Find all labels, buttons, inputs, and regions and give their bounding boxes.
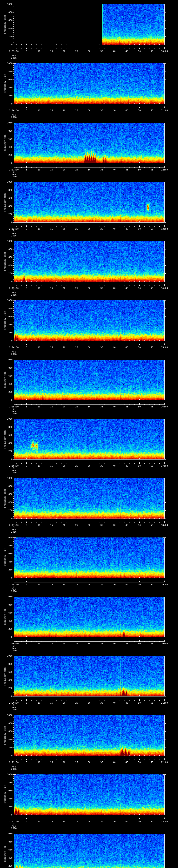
spectrogram-stack: Frequency (Hz) 100080060040020002:09:003… bbox=[0, 0, 178, 868]
spectrogram-panel: Frequency (Hz) 100080060040020002:10:003… bbox=[0, 59, 178, 118]
spectrogram-panel: Frequency (Hz) 100080060040020002:17:003… bbox=[0, 474, 178, 533]
spectrogram-heatmap bbox=[0, 711, 178, 770]
spectrogram-heatmap bbox=[0, 770, 178, 830]
spectrogram-heatmap bbox=[0, 119, 178, 178]
spectrogram-heatmap bbox=[0, 178, 178, 237]
spectrogram-panel: Frequency (Hz) 100080060040020002:15:003… bbox=[0, 355, 178, 415]
spectrogram-panel: Frequency (Hz) 100080060040020002:09:003… bbox=[0, 0, 178, 59]
spectrogram-heatmap bbox=[0, 474, 178, 533]
spectrogram-heatmap bbox=[0, 592, 178, 652]
spectrogram-panel: Frequency (Hz) 100080060040020002:13:003… bbox=[0, 237, 178, 296]
spectrogram-panel: Frequency (Hz) 100080060040020002:21:003… bbox=[0, 711, 178, 770]
spectrogram-panel: Frequency (Hz) 100080060040020002:18:003… bbox=[0, 533, 178, 592]
spectrogram-panel: Frequency (Hz) 100080060040020002:12:003… bbox=[0, 178, 178, 237]
spectrogram-heatmap bbox=[0, 533, 178, 592]
spectrogram-heatmap bbox=[0, 0, 178, 59]
spectrogram-panel: Frequency (Hz) 100080060040020002:20:003… bbox=[0, 652, 178, 711]
spectrogram-heatmap bbox=[0, 830, 178, 868]
spectrogram-heatmap bbox=[0, 296, 178, 355]
spectrogram-heatmap bbox=[0, 415, 178, 474]
spectrogram-heatmap bbox=[0, 237, 178, 296]
spectrogram-heatmap bbox=[0, 652, 178, 711]
spectrogram-panel: Frequency (Hz) 100080060040020002:22:003… bbox=[0, 770, 178, 830]
spectrogram-panel: Frequency (Hz) 100080060040020002:16:003… bbox=[0, 415, 178, 474]
spectrogram-panel: Frequency (Hz) 100080060040020002:14:003… bbox=[0, 296, 178, 355]
spectrogram-heatmap bbox=[0, 59, 178, 118]
spectrogram-heatmap bbox=[0, 355, 178, 415]
spectrogram-panel: Frequency (Hz) 100080060040020002:23:003… bbox=[0, 830, 178, 868]
spectrogram-panel: Frequency (Hz) 100080060040020002:19:003… bbox=[0, 592, 178, 652]
spectrogram-panel: Frequency (Hz) 100080060040020002:11:003… bbox=[0, 119, 178, 178]
